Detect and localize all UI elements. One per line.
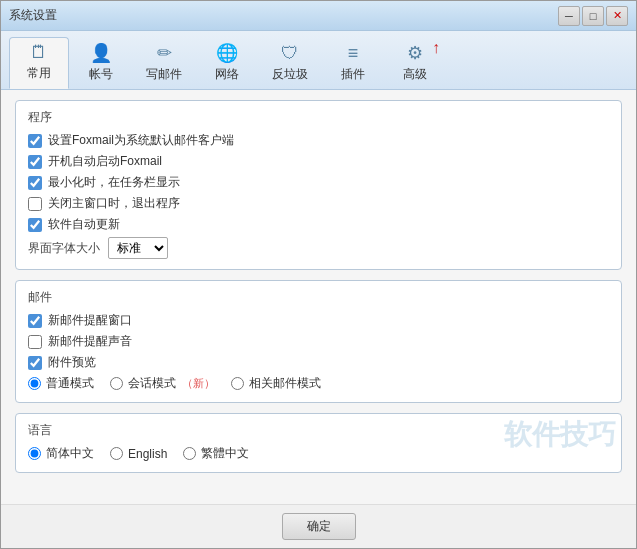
tab-account[interactable]: 👤帐号 xyxy=(71,37,131,89)
program-section-title: 程序 xyxy=(28,109,609,126)
radio-option-mode1: 普通模式 xyxy=(28,375,94,392)
checkbox-row-mcb3: 附件预览 xyxy=(28,354,609,371)
language-section-title: 语言 xyxy=(28,422,609,439)
tab-common[interactable]: 🗒常用 xyxy=(9,37,69,89)
mail-section: 邮件 新邮件提醒窗口新邮件提醒声音附件预览 普通模式会话模式（新）相关邮件模式 xyxy=(15,280,622,403)
tab-icon-plugin: ≡ xyxy=(348,43,359,64)
language-options: 简体中文English繁體中文 xyxy=(28,445,609,462)
tab-icon-account: 👤 xyxy=(90,42,112,64)
radio-mode3[interactable] xyxy=(231,377,244,390)
checkbox-cb4[interactable] xyxy=(28,197,42,211)
checkbox-label-cb5: 软件自动更新 xyxy=(48,216,120,233)
checkbox-cb3[interactable] xyxy=(28,176,42,190)
window-title: 系统设置 xyxy=(9,7,57,24)
title-bar: 系统设置 ─ □ ✕ xyxy=(1,1,636,31)
checkbox-mcb2[interactable] xyxy=(28,335,42,349)
footer: 确定 xyxy=(1,504,636,548)
tab-icon-common: 🗒 xyxy=(30,42,48,63)
radio-label-mode2: 会话模式 xyxy=(128,375,176,392)
radio-mode2[interactable] xyxy=(110,377,123,390)
tab-antispam[interactable]: 🛡反垃圾 xyxy=(259,37,321,89)
checkbox-mcb1[interactable] xyxy=(28,314,42,328)
checkbox-cb5[interactable] xyxy=(28,218,42,232)
tab-label-compose: 写邮件 xyxy=(146,66,182,83)
font-size-select[interactable]: 小标准大 xyxy=(108,237,168,259)
radio-option-lang3: 繁體中文 xyxy=(183,445,249,462)
content-area: 程序 设置Foxmail为系统默认邮件客户端开机自动启动Foxmail最小化时，… xyxy=(1,90,636,504)
radio-label-lang1: 简体中文 xyxy=(46,445,94,462)
close-button[interactable]: ✕ xyxy=(606,6,628,26)
radio-lang2[interactable] xyxy=(110,447,123,460)
tab-label-network: 网络 xyxy=(215,66,239,83)
tab-icon-compose: ✏ xyxy=(157,42,172,64)
title-controls: ─ □ ✕ xyxy=(558,6,628,26)
radio-mode1[interactable] xyxy=(28,377,41,390)
checkbox-cb2[interactable] xyxy=(28,155,42,169)
radio-lang3[interactable] xyxy=(183,447,196,460)
mode-options: 普通模式会话模式（新）相关邮件模式 xyxy=(28,375,609,392)
tab-bar: 🗒常用👤帐号✏写邮件🌐网络🛡反垃圾≡插件⚙高级↑ xyxy=(1,31,636,90)
font-size-label: 界面字体大小 xyxy=(28,240,100,257)
checkbox-label-cb4: 关闭主窗口时，退出程序 xyxy=(48,195,180,212)
checkbox-mcb3[interactable] xyxy=(28,356,42,370)
checkbox-label-mcb1: 新邮件提醒窗口 xyxy=(48,312,132,329)
tab-compose[interactable]: ✏写邮件 xyxy=(133,37,195,89)
radio-label-mode1: 普通模式 xyxy=(46,375,94,392)
tab-label-plugin: 插件 xyxy=(341,66,365,83)
checkbox-row-cb2: 开机自动启动Foxmail xyxy=(28,153,609,170)
language-section: 语言 简体中文English繁體中文 xyxy=(15,413,622,473)
checkbox-label-cb3: 最小化时，在任务栏显示 xyxy=(48,174,180,191)
tab-advanced[interactable]: ⚙高级↑ xyxy=(385,37,445,89)
checkbox-row-cb4: 关闭主窗口时，退出程序 xyxy=(28,195,609,212)
tab-label-advanced: 高级 xyxy=(403,66,427,83)
minimize-button[interactable]: ─ xyxy=(558,6,580,26)
tab-icon-advanced: ⚙ xyxy=(407,42,423,64)
tab-label-antispam: 反垃圾 xyxy=(272,66,308,83)
checkbox-row-cb5: 软件自动更新 xyxy=(28,216,609,233)
radio-option-lang2: English xyxy=(110,447,167,461)
tab-label-common: 常用 xyxy=(27,65,51,82)
checkbox-cb1[interactable] xyxy=(28,134,42,148)
checkbox-label-cb2: 开机自动启动Foxmail xyxy=(48,153,162,170)
maximize-button[interactable]: □ xyxy=(582,6,604,26)
radio-option-mode3: 相关邮件模式 xyxy=(231,375,321,392)
checkbox-label-mcb2: 新邮件提醒声音 xyxy=(48,333,132,350)
mail-section-title: 邮件 xyxy=(28,289,609,306)
radio-lang1[interactable] xyxy=(28,447,41,460)
tab-label-account: 帐号 xyxy=(89,66,113,83)
checkbox-label-mcb3: 附件预览 xyxy=(48,354,96,371)
ok-button[interactable]: 确定 xyxy=(282,513,356,540)
tab-plugin[interactable]: ≡插件 xyxy=(323,37,383,89)
program-section: 程序 设置Foxmail为系统默认邮件客户端开机自动启动Foxmail最小化时，… xyxy=(15,100,622,270)
tab-network[interactable]: 🌐网络 xyxy=(197,37,257,89)
checkbox-row-cb3: 最小化时，在任务栏显示 xyxy=(28,174,609,191)
checkbox-row-cb1: 设置Foxmail为系统默认邮件客户端 xyxy=(28,132,609,149)
radio-label-lang3: 繁體中文 xyxy=(201,445,249,462)
radio-label-mode3: 相关邮件模式 xyxy=(249,375,321,392)
checkbox-row-mcb1: 新邮件提醒窗口 xyxy=(28,312,609,329)
radio-option-lang1: 简体中文 xyxy=(28,445,94,462)
tab-arrow-icon: ↑ xyxy=(432,40,440,56)
radio-label-lang2: English xyxy=(128,447,167,461)
radio-option-mode2: 会话模式（新） xyxy=(110,375,215,392)
main-window: 系统设置 ─ □ ✕ 🗒常用👤帐号✏写邮件🌐网络🛡反垃圾≡插件⚙高级↑ 程序 设… xyxy=(0,0,637,549)
font-size-row: 界面字体大小 小标准大 xyxy=(28,237,609,259)
tab-icon-network: 🌐 xyxy=(216,42,238,64)
new-badge: （新） xyxy=(182,376,215,391)
checkbox-row-mcb2: 新邮件提醒声音 xyxy=(28,333,609,350)
tab-icon-antispam: 🛡 xyxy=(281,43,299,64)
checkbox-label-cb1: 设置Foxmail为系统默认邮件客户端 xyxy=(48,132,234,149)
